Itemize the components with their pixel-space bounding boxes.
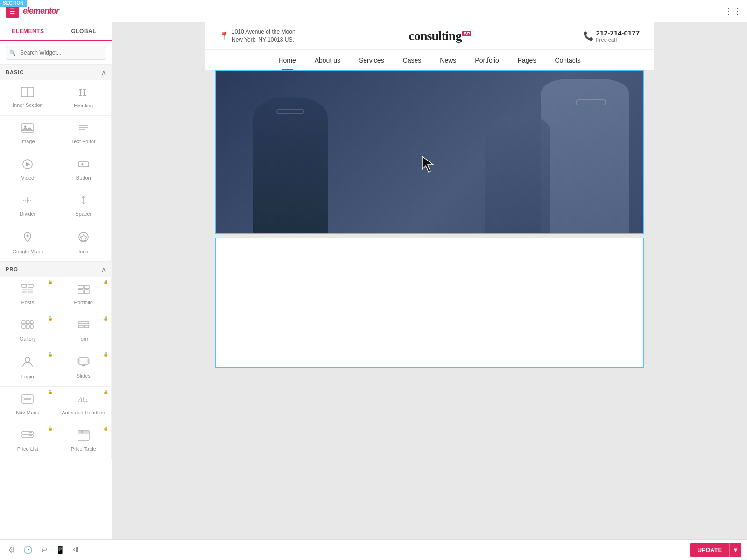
update-button[interactable]: UPDATE	[690, 543, 729, 557]
widget-heading[interactable]: H Heading	[56, 80, 112, 116]
widget-slides[interactable]: 🔒 Slides	[56, 349, 112, 387]
pro-section-toggle[interactable]: ∧	[101, 266, 106, 273]
figure-left	[253, 98, 328, 233]
update-button-group: UPDATE ▼	[690, 543, 741, 557]
phone-info: 212-714-0177 Free call	[596, 29, 640, 42]
form-icon	[77, 320, 90, 333]
svg-text:$: $	[81, 430, 83, 434]
nav-about[interactable]: About us	[305, 50, 350, 70]
tab-global[interactable]: GLOBAL	[56, 22, 112, 40]
empty-section[interactable]: Section	[215, 238, 644, 368]
widget-portfolio[interactable]: 🔒 Portfolio	[56, 277, 112, 313]
hero-section[interactable]: Section	[215, 70, 644, 234]
widget-google-maps[interactable]: Google Maps	[0, 224, 56, 262]
svg-rect-42	[22, 395, 33, 403]
widget-video[interactable]: Video	[0, 152, 56, 188]
widget-posts[interactable]: 🔒 Posts	[0, 277, 56, 313]
svg-point-37	[25, 357, 30, 362]
website-preview: 📍 1010 Avenue of the Moon,New York, NY 1…	[205, 22, 654, 368]
basic-section-title: BASIC	[6, 70, 24, 75]
svg-rect-31	[22, 325, 25, 328]
site-header: 📍 1010 Avenue of the Moon,New York, NY 1…	[205, 22, 654, 49]
svg-marker-54	[422, 156, 433, 172]
figure-middle	[485, 116, 550, 233]
widget-image-label: Image	[21, 138, 35, 145]
svg-rect-24	[78, 285, 83, 289]
basic-section-toggle[interactable]: ∧	[101, 69, 106, 76]
undo-button[interactable]: ↩	[38, 544, 50, 556]
widget-nav-menu-label: Nav Menu	[16, 409, 39, 416]
widget-gallery-label: Gallery	[20, 336, 36, 342]
search-input[interactable]	[6, 46, 106, 60]
sidebar: ELEMENTS GLOBAL BASIC ∧ Inner Se	[0, 22, 112, 539]
grid-icon[interactable]: ⋮⋮	[725, 6, 741, 16]
price-list-icon	[21, 430, 34, 443]
elementor-logo: elementor	[23, 6, 59, 16]
svg-rect-18	[22, 284, 27, 287]
sidebar-tabs: ELEMENTS GLOBAL	[0, 22, 112, 41]
divider-icon	[21, 195, 34, 208]
widget-price-list[interactable]: 🔒 Price List	[0, 423, 56, 459]
svg-rect-25	[84, 285, 89, 289]
animated-headline-icon: Abc	[77, 393, 90, 406]
widget-form-label: Form	[78, 336, 90, 342]
glasses-left	[276, 109, 304, 114]
bottom-right-tools: UPDATE ▼	[690, 543, 741, 557]
toolbar-right: ⋮⋮	[725, 6, 741, 16]
widget-login-label: Login	[21, 373, 34, 380]
nav-home[interactable]: Home	[269, 50, 305, 70]
widget-nav-menu[interactable]: 🔒 Nav Menu	[0, 387, 56, 423]
widget-price-table[interactable]: 🔒 $ Price Table	[56, 423, 112, 459]
svg-text:Abc: Abc	[78, 396, 89, 403]
nav-cases[interactable]: Cases	[394, 50, 431, 70]
search-widget-container	[0, 41, 112, 65]
icon-widget-icon	[77, 231, 90, 245]
portfolio-icon	[77, 283, 90, 296]
widget-divider[interactable]: Divider	[0, 188, 56, 224]
cursor	[421, 155, 436, 175]
widget-image[interactable]: Image	[0, 116, 56, 152]
widget-text-editor[interactable]: Text Editor	[56, 116, 112, 152]
responsive-button[interactable]: 📱	[53, 544, 68, 556]
widget-animated-headline[interactable]: 🔒 Abc Animated Headline	[56, 387, 112, 423]
widget-spacer[interactable]: Spacer	[56, 188, 112, 224]
svg-rect-10	[78, 162, 89, 167]
address-text: 1010 Avenue of the Moon,New York, NY 100…	[232, 28, 297, 44]
widget-inner-section[interactable]: Inner Section	[0, 80, 56, 116]
nav-portfolio[interactable]: Portfolio	[465, 50, 508, 70]
site-address: 📍 1010 Avenue of the Moon,New York, NY 1…	[219, 28, 297, 44]
preview-button[interactable]: 👁	[70, 544, 84, 556]
tab-elements[interactable]: ELEMENTS	[0, 22, 56, 41]
widget-form[interactable]: 🔒 Form	[56, 313, 112, 349]
svg-rect-38	[79, 358, 88, 364]
update-arrow-button[interactable]: ▼	[729, 543, 741, 557]
main-layout: ELEMENTS GLOBAL BASIC ∧ Inner Se	[0, 22, 747, 539]
svg-marker-9	[26, 162, 30, 166]
image-icon	[21, 122, 34, 135]
widget-login[interactable]: 🔒 Login	[0, 349, 56, 387]
basic-section-header: BASIC ∧	[0, 65, 112, 80]
google-maps-icon	[21, 231, 34, 245]
nav-contacts[interactable]: Contacts	[545, 50, 590, 70]
animated-headline-pro-badge: 🔒	[103, 390, 108, 394]
svg-rect-22	[28, 289, 33, 290]
pro-section-header: PRO ∧	[0, 262, 112, 277]
nav-services[interactable]: Services	[350, 50, 394, 70]
login-pro-badge: 🔒	[48, 352, 53, 357]
form-pro-badge: 🔒	[103, 316, 108, 321]
nav-pages[interactable]: Pages	[508, 50, 546, 70]
widget-gallery[interactable]: 🔒 Gallery	[0, 313, 56, 349]
history-button[interactable]: 🕑	[21, 544, 35, 556]
widget-button[interactable]: Button	[56, 152, 112, 188]
spacer-icon	[77, 195, 90, 208]
svg-rect-20	[22, 291, 27, 293]
site-nav: Home About us Services Cases News Portfo…	[205, 49, 654, 70]
settings-button[interactable]: ⚙	[6, 544, 18, 556]
widget-portfolio-label: Portfolio	[74, 299, 93, 306]
svg-rect-3	[22, 124, 33, 132]
svg-rect-36	[84, 325, 89, 328]
widget-spacer-label: Spacer	[75, 210, 92, 217]
widget-icon[interactable]: Icon	[56, 224, 112, 262]
slides-icon	[77, 357, 90, 370]
nav-news[interactable]: News	[430, 50, 465, 70]
